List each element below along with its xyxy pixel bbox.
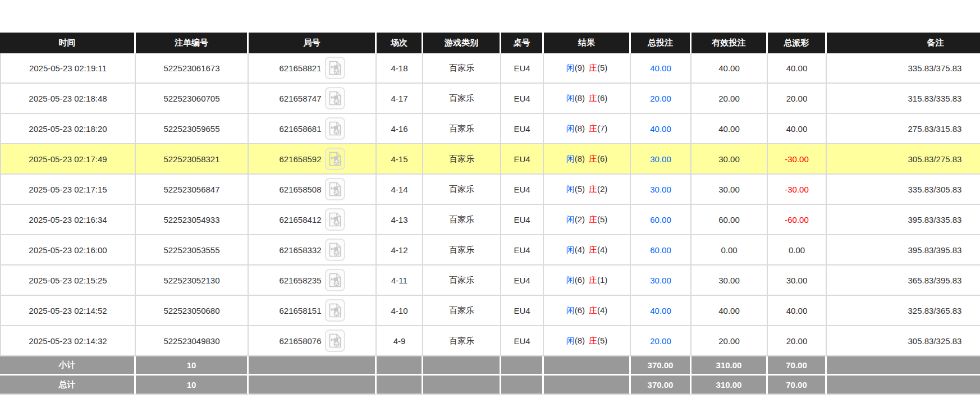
cell-valid_bet: 60.00: [692, 205, 768, 235]
cell-bet_id: 522523061673: [136, 53, 249, 84]
total-bet-link[interactable]: 30.00: [650, 185, 671, 194]
table-row: 2025-05-23 02:14:52522523050680621658151…: [0, 296, 980, 326]
round-number: 621658681: [279, 124, 321, 134]
total-bet-link[interactable]: 30.00: [650, 276, 671, 285]
player-result-score: (6): [575, 305, 585, 315]
round-number: 621658508: [279, 185, 321, 194]
player-result-label: 闲: [566, 154, 575, 163]
cell-remark: 335.83/305.83: [827, 175, 980, 205]
round-id-group: 621658508: [250, 178, 374, 200]
round-id-group: 621658332: [250, 239, 374, 261]
cell-game_type: 百家乐: [423, 114, 501, 144]
cell-result: 闲(8)庄(5): [544, 326, 631, 356]
cell-total_payout: 40.00: [768, 296, 827, 326]
round-id-group: 621658747: [250, 87, 374, 109]
banker-result-label: 庄: [589, 214, 597, 224]
player-result-score: (5): [575, 184, 585, 194]
video-replay-button[interactable]: [325, 329, 345, 352]
video-replay-button[interactable]: [325, 299, 345, 322]
video-replay-button[interactable]: [325, 57, 345, 79]
cell-bet_id: 522523058321: [136, 144, 249, 175]
table-row: 2025-05-23 02:16:34522523054933621658412…: [0, 205, 980, 235]
cell-game_type: 百家乐: [423, 144, 501, 175]
footer-cell-valid_bet: 310.00: [692, 376, 768, 395]
player-result-score: (4): [575, 245, 585, 254]
video-file-icon: [329, 91, 341, 106]
cell-result: 闲(8)庄(6): [544, 144, 631, 175]
cell-game_type: 百家乐: [423, 265, 501, 296]
footer-cell-result: [544, 376, 631, 395]
cell-result: 闲(8)庄(6): [544, 84, 631, 114]
banker-result-label: 庄: [589, 123, 597, 133]
cell-valid_bet: 40.00: [692, 296, 768, 326]
cell-round_id: 621658592: [249, 144, 377, 175]
total-bet-link[interactable]: 40.00: [650, 63, 671, 73]
total-bet-link[interactable]: 30.00: [650, 154, 671, 164]
total-bet-link[interactable]: 20.00: [650, 336, 671, 346]
cell-bet_id: 522523054933: [136, 205, 249, 235]
cell-game_type: 百家乐: [423, 84, 501, 114]
footer-cell-total_payout: 70.00: [768, 356, 827, 376]
cell-session: 4-14: [377, 175, 423, 205]
total-bet-link[interactable]: 40.00: [650, 124, 671, 134]
cell-table_no: EU4: [501, 144, 544, 175]
player-result-label: 闲: [566, 63, 575, 72]
cell-time: 2025-05-23 02:17:49: [0, 144, 136, 175]
total-bet-link[interactable]: 40.00: [650, 306, 671, 315]
cell-result: 闲(6)庄(4): [544, 296, 631, 326]
round-id-group: 621658235: [250, 269, 374, 291]
cell-total_bet: 40.00: [631, 296, 692, 326]
cell-round_id: 621658235: [249, 265, 377, 296]
total-bet-link[interactable]: 60.00: [650, 245, 671, 255]
cell-game_type: 百家乐: [423, 296, 501, 326]
video-file-icon: [329, 333, 341, 348]
video-file-icon: [329, 242, 341, 257]
bet-records-table: 时间注单编号局号场次游戏类别桌号结果总投注有效投注总派彩备注 2025-05-2…: [0, 33, 980, 395]
table-row: 2025-05-23 02:19:11522523061673621658821…: [0, 53, 980, 84]
player-result-label: 闲: [566, 214, 575, 224]
column-header-game_type: 游戏类别: [423, 33, 501, 53]
footer-cell-bet_id: 10: [136, 376, 249, 395]
player-result-label: 闲: [566, 184, 575, 194]
cell-table_no: EU4: [501, 53, 544, 84]
banker-result-label: 庄: [589, 184, 597, 194]
banker-result-score: (5): [597, 63, 607, 72]
footer-cell-bet_id: 10: [136, 356, 249, 376]
cell-total_payout: -60.00: [768, 205, 827, 235]
banker-result-label: 庄: [589, 63, 597, 72]
cell-session: 4-16: [377, 114, 423, 144]
total-bet-link[interactable]: 20.00: [650, 94, 671, 103]
video-replay-button[interactable]: [325, 178, 345, 200]
player-result-label: 闲: [566, 123, 575, 133]
banker-result-score: (5): [597, 336, 607, 345]
footer-cell-time: 总计: [0, 376, 136, 395]
cell-total_bet: 20.00: [631, 84, 692, 114]
cell-total_bet: 30.00: [631, 175, 692, 205]
table-header-row: 时间注单编号局号场次游戏类别桌号结果总投注有效投注总派彩备注: [0, 33, 980, 53]
player-result-label: 闲: [566, 93, 575, 103]
video-replay-button[interactable]: [325, 208, 345, 231]
subtotal-row: 小计10370.00310.0070.00: [0, 356, 980, 376]
cell-total_payout: 40.00: [768, 114, 827, 144]
round-id-group: 621658592: [250, 148, 374, 170]
cell-session: 4-18: [377, 53, 423, 84]
cell-result: 闲(8)庄(7): [544, 114, 631, 144]
cell-remark: 335.83/375.83: [827, 53, 980, 84]
cell-table_no: EU4: [501, 114, 544, 144]
video-replay-button[interactable]: [325, 87, 345, 109]
video-replay-button[interactable]: [325, 117, 345, 140]
cell-bet_id: 522523049830: [136, 326, 249, 356]
banker-result-label: 庄: [589, 305, 597, 315]
total-bet-link[interactable]: 60.00: [650, 215, 671, 225]
cell-total_payout: -30.00: [768, 175, 827, 205]
cell-result: 闲(6)庄(1): [544, 265, 631, 296]
cell-remark: 275.83/315.83: [827, 114, 980, 144]
footer-cell-game_type: [423, 376, 501, 395]
cell-game_type: 百家乐: [423, 175, 501, 205]
video-replay-button[interactable]: [325, 269, 345, 291]
column-header-result: 结果: [544, 33, 631, 53]
video-file-icon: [329, 182, 341, 196]
video-file-icon: [329, 212, 341, 227]
video-replay-button[interactable]: [325, 239, 345, 261]
video-replay-button[interactable]: [325, 148, 345, 170]
